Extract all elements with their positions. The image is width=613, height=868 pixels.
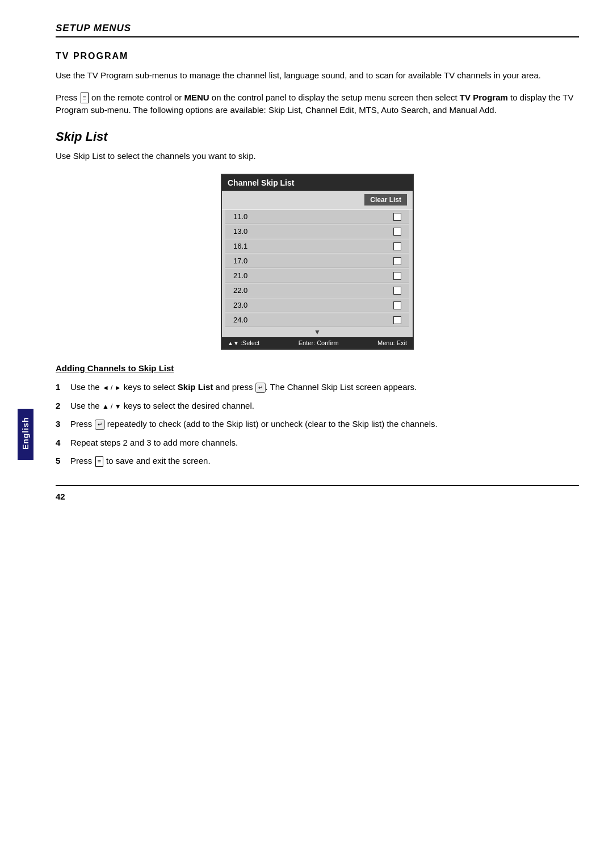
channel-number: 22.0 [233,286,247,295]
footer-exit-label: Menu: Exit [377,339,407,346]
footer-confirm: Enter: Confirm [299,339,339,346]
bottom-divider [56,485,579,486]
step-text: Use the ▲ / ▼ keys to select the desired… [70,400,579,413]
channel-number: 11.0 [233,212,247,221]
channel-skip-list-header: Channel Skip List [222,175,413,191]
adding-channels-section: Adding Channels to Skip List 1 Use the ◄… [56,363,579,468]
channel-number: 23.0 [233,301,247,309]
footer-confirm-label: Enter: Confirm [299,339,339,346]
channel-number: 17.0 [233,257,247,265]
list-item: 1 Use the ◄ / ► keys to select Skip List… [56,381,579,394]
list-item: 2 Use the ▲ / ▼ keys to select the desir… [56,400,579,413]
csl-rows: 11.0 13.0 16.1 17.0 21.0 [222,210,413,327]
enter-icon: ↵ [95,420,105,430]
channel-checkbox[interactable] [393,301,401,309]
menu-remote-icon: ≡ [81,93,89,103]
step-number: 4 [56,437,65,450]
up-down-arrows-icon: ▲ / ▼ [102,401,121,412]
sidebar-language-tab: English [18,409,33,460]
table-row[interactable]: 22.0 [225,284,409,297]
tv-program-heading: TV PROGRAM [56,51,579,61]
channel-checkbox[interactable] [393,272,401,280]
list-item: 5 Press ≡ to save and exit the screen. [56,455,579,468]
step-number: 3 [56,418,65,431]
csl-footer: ▲▼ :Select Enter: Confirm Menu: Exit [222,337,413,349]
step-number: 5 [56,455,65,468]
channel-number: 21.0 [233,271,247,280]
left-right-arrows-icon: ◄ / ► [102,383,121,393]
channel-checkbox[interactable] [393,228,401,236]
footer-exit: Menu: Exit [377,339,407,346]
channel-checkbox[interactable] [393,316,401,324]
footer-select: ▲▼ :Select [228,339,259,346]
channel-skip-list-wrapper: Channel Skip List Clear List 11.0 13.0 1… [56,174,579,350]
step-text: Repeat steps 2 and 3 to add more channel… [70,437,579,450]
skip-list-heading: Skip List [56,129,579,144]
step-text: Use the ◄ / ► keys to select Skip List a… [70,381,579,394]
steps-list: 1 Use the ◄ / ► keys to select Skip List… [56,381,579,468]
table-row[interactable]: 23.0 [225,299,409,312]
footer-select-label: :Select [241,339,260,346]
step-text: Press ↵ repeatedly to check (add to the … [70,418,579,431]
channel-checkbox[interactable] [393,287,401,295]
channel-checkbox[interactable] [393,213,401,221]
scroll-down-indicator: ▼ [222,327,413,337]
csl-toolbar: Clear List [222,191,413,209]
list-item: 4 Repeat steps 2 and 3 to add more chann… [56,437,579,450]
table-row[interactable]: 16.1 [225,240,409,253]
menu-icon: ≡ [95,456,103,467]
clear-list-button[interactable]: Clear List [364,194,407,206]
tv-program-intro2: Press ≡ on the remote control or MENU on… [56,91,579,117]
table-row[interactable]: 21.0 [225,269,409,283]
header-divider [56,36,579,37]
channel-number: 24.0 [233,316,247,324]
list-item: 3 Press ↵ repeatedly to check (add to th… [56,418,579,431]
up-down-arrow-icon: ▲▼ [228,340,239,346]
section-header: SETUP MENUS [56,23,579,37]
table-row[interactable]: 17.0 [225,254,409,268]
step-number: 1 [56,381,65,394]
channel-number: 16.1 [233,242,247,250]
skip-list-description: Use Skip List to select the channels you… [56,150,579,163]
step-text: Press ≡ to save and exit the screen. [70,455,579,468]
enter-icon: ↵ [255,383,266,393]
channel-checkbox[interactable] [393,242,401,250]
adding-channels-heading: Adding Channels to Skip List [56,363,579,373]
table-row[interactable]: 24.0 [225,313,409,327]
table-row[interactable]: 11.0 [225,210,409,224]
channel-skip-list: Channel Skip List Clear List 11.0 13.0 1… [221,174,414,350]
page-number: 42 [56,492,579,501]
channel-checkbox[interactable] [393,257,401,265]
setup-menus-title: SETUP MENUS [56,23,579,34]
tv-program-intro1: Use the TV Program sub-menus to manage t… [56,69,579,82]
channel-number: 13.0 [233,227,247,236]
table-row[interactable]: 13.0 [225,225,409,238]
step-number: 2 [56,400,65,413]
